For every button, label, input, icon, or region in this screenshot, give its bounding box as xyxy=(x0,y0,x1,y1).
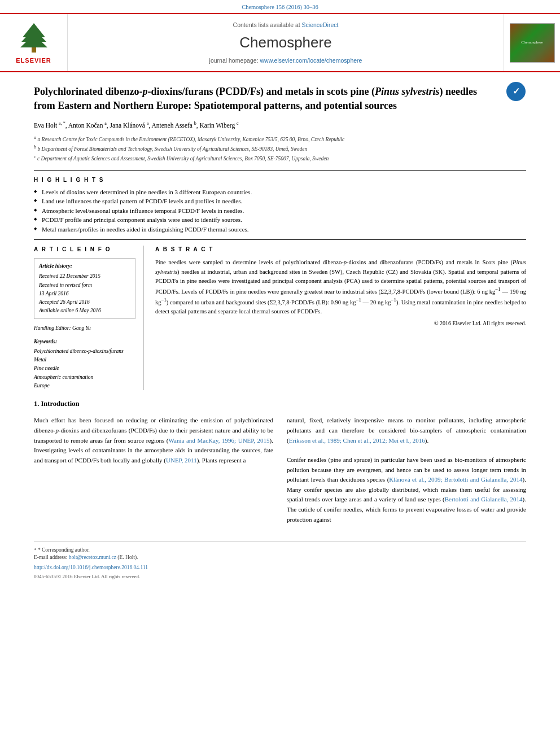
affiliation-c: c c Department of Aquatic Sciences and A… xyxy=(34,154,526,163)
journal-ref: Chemosphere 156 (2016) 30–36 xyxy=(242,4,318,10)
abstract-col: A B S T R A C T Pine needles were sample… xyxy=(155,246,526,390)
keywords-title: Keywords: xyxy=(34,338,135,346)
keywords-list: Polychlorinated dibenzo-p-dioxins/furans… xyxy=(34,347,135,390)
highlights-list: Levels of dioxins were determined in pin… xyxy=(34,187,526,234)
doi-link[interactable]: http://dx.doi.org/10.1016/j.chemosphere.… xyxy=(34,564,526,571)
keywords-section: Keywords: Polychlorinated dibenzo-p-diox… xyxy=(34,338,135,390)
email-line: E-mail address: holt@recetox.muni.cz (E.… xyxy=(34,554,526,561)
highlights-label: H I G H L I G H T S xyxy=(34,176,526,184)
info-abstract-row: A R T I C L E I N F O Article history: R… xyxy=(34,246,526,390)
intro-col-left: Much effort has been focused on reducing… xyxy=(34,416,273,525)
abstract-label: A B S T R A C T xyxy=(155,246,526,254)
divider-1 xyxy=(34,170,526,171)
sciencedirect-line: Contents lists available at ScienceDirec… xyxy=(233,21,339,29)
elsevier-logo: ELSEVIER xyxy=(16,20,51,65)
article-info-col: A R T I C L E I N F O Article history: R… xyxy=(34,246,144,390)
highlight-item: Land use influences the spatial pattern … xyxy=(34,196,526,206)
ref-eriksson[interactable]: Eriksson et al., 1989; Chen et al., 2012… xyxy=(289,437,425,444)
keyword-item: Metal xyxy=(34,356,135,364)
homepage-url[interactable]: www.elsevier.com/locate/chemosphere xyxy=(260,57,362,64)
history-revised-date: 13 April 2016 xyxy=(39,291,69,296)
section-heading: 1. Introduction xyxy=(34,399,526,409)
article-title-text: Polychlorinated dibenzo-p-dioxins/furans… xyxy=(34,85,500,112)
elsevier-tree-icon xyxy=(17,20,51,54)
intro-para-3: Conifer needles (pine and spruce) in par… xyxy=(287,455,526,525)
author-email[interactable]: holt@recetox.muni.cz xyxy=(69,554,116,560)
article-title-row: Polychlorinated dibenzo-p-dioxins/furans… xyxy=(34,79,526,120)
corresponding-note: * * Corresponding author. xyxy=(34,547,526,554)
history-title: Article history: xyxy=(39,262,130,270)
intro-col-right: natural, fixed, relatively inexpensive m… xyxy=(287,416,526,525)
affiliation-b: b b Department of Forest Biomaterials an… xyxy=(34,144,526,154)
intro-para-1: Much effort has been focused on reducing… xyxy=(34,416,273,465)
footer: * * Corresponding author. E-mail address… xyxy=(34,541,526,580)
highlight-item: Metal markers/profiles in needles aided … xyxy=(34,225,526,234)
main-content: Polychlorinated dibenzo-p-dioxins/furans… xyxy=(0,79,560,580)
publisher-logo-area: ELSEVIER xyxy=(0,14,68,72)
journal-name: Chemosphere xyxy=(239,32,331,53)
highlight-item: Levels of dioxins were determined in pin… xyxy=(34,187,526,197)
ref-wania[interactable]: Wania and MacKay, 1996; UNEP, 2015 xyxy=(169,437,270,444)
affiliations: a a Research Centre for Toxic Compounds … xyxy=(34,134,526,163)
keyword-item: Europe xyxy=(34,382,135,390)
sciencedirect-link[interactable]: ScienceDirect xyxy=(302,21,339,28)
crossmark-icon: ✓ xyxy=(506,81,526,102)
footer-copyright: 0045-6535/© 2016 Elsevier Ltd. All right… xyxy=(34,573,526,580)
journal-title-area: Contents lists available at ScienceDirec… xyxy=(68,14,504,72)
abstract-text: Pine needles were sampled to determine l… xyxy=(155,258,526,316)
divider-2 xyxy=(34,239,526,240)
introduction-section: 1. Introduction Much effort has been foc… xyxy=(34,399,526,525)
handling-editor: Handling Editor: Gang Yu xyxy=(34,325,135,332)
copyright-line: © 2016 Elsevier Ltd. All rights reserved… xyxy=(155,320,526,327)
journal-cover-image: Chemosphere xyxy=(510,23,555,63)
article-title: Polychlorinated dibenzo-p-dioxins/furans… xyxy=(34,79,500,120)
history-online: Available online 6 May 2016 xyxy=(39,308,101,313)
introduction-body: Much effort has been focused on reducing… xyxy=(34,416,526,525)
ref-unep[interactable]: UNEP, 2011 xyxy=(166,457,197,464)
highlight-item: PCDD/F profile and principal component a… xyxy=(34,215,526,225)
highlight-item: Atmospheric level/seasonal uptake influe… xyxy=(34,206,526,216)
keyword-item: Pine needle xyxy=(34,364,135,373)
publisher-name: ELSEVIER xyxy=(16,56,51,65)
keyword-item: Polychlorinated dibenzo-p-dioxins/furans xyxy=(34,347,135,356)
journal-header: ELSEVIER Contents lists available at Sci… xyxy=(0,13,560,73)
ref-klanova[interactable]: Klánová et al., 2009; Bertolotti and Gia… xyxy=(389,476,522,483)
intro-para-2: natural, fixed, relatively inexpensive m… xyxy=(287,416,526,445)
journal-top-bar: Chemosphere 156 (2016) 30–36 xyxy=(0,0,560,13)
history-revised-label: Received in revised form xyxy=(39,282,92,288)
affiliation-a: a a Research Centre for Toxic Compounds … xyxy=(34,134,526,144)
history-accepted: Accepted 26 April 2016 xyxy=(39,299,90,305)
authors-line: Eva Holt a, *, Anton Kočan a, Jana Kláno… xyxy=(34,120,526,130)
keyword-item: Atmospheric contamination xyxy=(34,373,135,382)
journal-cover: Chemosphere xyxy=(504,14,560,72)
article-info-label: A R T I C L E I N F O xyxy=(34,246,135,254)
ref-bertolotti[interactable]: Bertolotti and Gialanella, 2014 xyxy=(445,496,523,503)
article-history: Article history: Received 22 December 20… xyxy=(34,258,135,319)
homepage-line: journal homepage: www.elsevier.com/locat… xyxy=(209,56,362,65)
history-received: Received 22 December 2015 xyxy=(39,273,100,279)
svg-text:✓: ✓ xyxy=(513,86,520,96)
